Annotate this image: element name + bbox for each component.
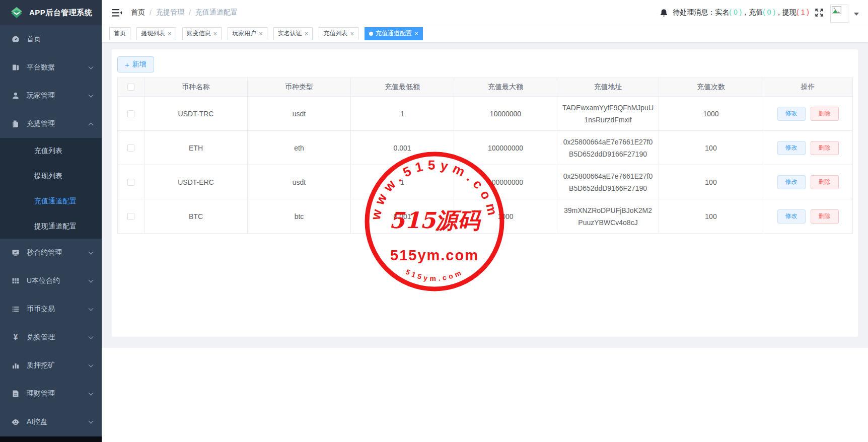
tab-label: 提现列表 <box>141 29 165 38</box>
sidebar-item-ai-control[interactable]: AI控盘 <box>0 408 102 436</box>
sidebar-item-label: 质押挖矿 <box>27 361 89 370</box>
close-icon[interactable]: × <box>168 30 172 37</box>
tab-home[interactable]: 首页 <box>109 27 130 40</box>
sidebar-item-seconds-contract[interactable]: 秒合约管理 <box>0 239 102 267</box>
fullscreen-icon <box>815 8 824 17</box>
column-header-actions: 操作 <box>763 78 853 97</box>
select-all-checkbox[interactable] <box>127 84 134 91</box>
cell-min: 0.001 <box>351 131 454 165</box>
tab-label: 首页 <box>114 29 126 38</box>
platform-data-icon <box>12 63 20 71</box>
row-checkbox[interactable] <box>127 213 134 220</box>
cell-min: 1 <box>351 97 454 131</box>
delete-button[interactable]: 删除 <box>811 141 839 155</box>
sidebar-item-u-contract[interactable]: U本位合约 <box>0 267 102 295</box>
sidebar-menu: 首页 平台数据 玩家管理 充提管理 充值列表 提现列表 充值通道配置 提现通道配… <box>0 25 102 436</box>
edit-button[interactable]: 修改 <box>777 175 806 189</box>
caret-down-icon[interactable] <box>854 13 859 18</box>
column-header-times: 充值次数 <box>659 78 763 97</box>
breadcrumb-section[interactable]: 充提管理 <box>156 8 184 17</box>
content-card: +新增 币种名称 币种类型 充值最低额 充值最大额 充值地址 充值次数 <box>112 49 858 337</box>
header-select-all <box>118 78 144 97</box>
row-checkbox[interactable] <box>127 179 134 186</box>
table-row: ETH eth 0.001 100000000 0x25800664aE7e76… <box>118 131 853 165</box>
cell-max: 100000000 <box>454 165 557 199</box>
cell-min: 1 <box>351 165 454 199</box>
sidebar-bottom-strip <box>0 436 102 442</box>
row-checkbox[interactable] <box>127 110 134 117</box>
row-checkbox[interactable] <box>127 144 134 152</box>
cell-address: 0x25800664aE7e7661E27f0B5D652ddD9166F271… <box>557 165 659 199</box>
sidebar-item-staking-mining[interactable]: 质押挖矿 <box>0 351 102 380</box>
chevron-down-icon <box>89 362 94 367</box>
tab-recharge-list[interactable]: 充值列表× <box>319 27 358 40</box>
close-icon[interactable]: × <box>414 30 418 37</box>
delete-button[interactable]: 删除 <box>811 209 839 224</box>
sidebar-item-exchange-mgmt[interactable]: ¥ 兑换管理 <box>0 323 102 351</box>
sidebar-item-label: 充提管理 <box>27 119 89 128</box>
sidebar-subitem-recharge-list[interactable]: 充值列表 <box>0 138 102 163</box>
hamburger-icon <box>112 9 122 17</box>
cell-times: 1000 <box>659 97 763 131</box>
sidebar-item-label: 币币交易 <box>27 305 89 314</box>
document-copy-icon <box>12 120 20 128</box>
chevron-down-icon <box>89 249 94 254</box>
edit-button[interactable]: 修改 <box>777 141 806 155</box>
sidebar-item-home[interactable]: 首页 <box>0 25 102 53</box>
plus-icon: + <box>125 60 129 69</box>
tab-player-users[interactable]: 玩家用户× <box>228 27 267 40</box>
avatar[interactable] <box>830 5 848 23</box>
close-icon[interactable]: × <box>305 30 309 37</box>
close-icon[interactable]: × <box>213 30 218 37</box>
edit-button[interactable]: 修改 <box>777 209 806 224</box>
tags-view-bar: 首页 提现列表× 账变信息× 玩家用户× 实名认证× 充值列表× 充值通道配置× <box>102 25 868 42</box>
delete-button[interactable]: 删除 <box>811 175 839 189</box>
chevron-down-icon <box>89 390 94 395</box>
user-icon <box>12 92 20 100</box>
sidebar-item-label: 平台数据 <box>27 63 89 72</box>
cell-coin-type: usdt <box>248 97 351 131</box>
sidebar-item-player-mgmt[interactable]: 玩家管理 <box>0 82 102 110</box>
cell-coin-name: USDT-TRC <box>144 97 248 131</box>
notice-mid2: ，提现 <box>775 8 797 16</box>
edit-button[interactable]: 修改 <box>777 107 806 121</box>
sidebar-subitem-withdraw-channel-config[interactable]: 提现通道配置 <box>0 213 102 239</box>
cell-coin-type: btc <box>248 199 351 234</box>
sidebar-subitem-recharge-channel-config[interactable]: 充值通道配置 <box>0 188 102 213</box>
recharge-count: ( 0 ) <box>763 8 775 16</box>
robot-icon <box>12 418 20 426</box>
close-icon[interactable]: × <box>259 30 263 37</box>
sidebar-collapse-button[interactable] <box>112 9 122 17</box>
monitor-icon <box>12 249 20 257</box>
add-button[interactable]: +新增 <box>117 56 154 72</box>
tab-label: 充值列表 <box>323 29 347 38</box>
cell-coin-name: BTC <box>144 199 248 234</box>
navbar-right: 待处理消息：实名( 0 )，充值( 0 )，提现( 1 ) <box>660 3 859 23</box>
close-icon[interactable]: × <box>350 30 354 37</box>
notification-bell-icon[interactable] <box>660 9 668 17</box>
sidebar-item-label: U本位合约 <box>27 276 89 285</box>
delete-button[interactable]: 删除 <box>811 107 839 121</box>
sidebar-item-finance-mgmt[interactable]: 理财管理 <box>0 380 102 408</box>
chevron-down-icon <box>89 277 94 282</box>
breadcrumb-home[interactable]: 首页 <box>131 8 145 17</box>
sidebar-item-platform-data[interactable]: 平台数据 <box>0 53 102 82</box>
column-header-address: 充值地址 <box>557 78 659 97</box>
app-logo: APP后台管理系统 <box>0 0 102 25</box>
cell-max: 1000 <box>454 199 557 234</box>
table-row: BTC btc 0.001 1000 39mXNZRoDPUFjBJoK2M2P… <box>118 199 853 234</box>
tab-account-changes[interactable]: 账变信息× <box>182 27 222 40</box>
sidebar: APP后台管理系统 首页 平台数据 玩家管理 充提管理 充值列表 提现列表 充值… <box>0 0 102 442</box>
page-content: +新增 币种名称 币种类型 充值最低额 充值最大额 充值地址 充值次数 <box>102 42 868 348</box>
app-title: APP后台管理系统 <box>29 8 92 18</box>
column-header-coin-name: 币种名称 <box>144 78 248 97</box>
tab-withdraw-list[interactable]: 提现列表× <box>136 27 176 40</box>
sidebar-item-recharge-withdraw-mgmt[interactable]: 充提管理 <box>0 110 102 138</box>
tab-label: 玩家用户 <box>232 29 256 38</box>
tab-realname-auth[interactable]: 实名认证× <box>273 27 313 40</box>
tab-recharge-channel-config[interactable]: 充值通道配置× <box>365 27 423 40</box>
fullscreen-button[interactable] <box>815 8 824 17</box>
sidebar-item-coin-trade[interactable]: 币币交易 <box>0 295 102 323</box>
table-row: USDT-TRC usdt 1 10000000 TADEwxamYyfF9QF… <box>118 97 853 131</box>
sidebar-subitem-withdraw-list[interactable]: 提现列表 <box>0 163 102 188</box>
